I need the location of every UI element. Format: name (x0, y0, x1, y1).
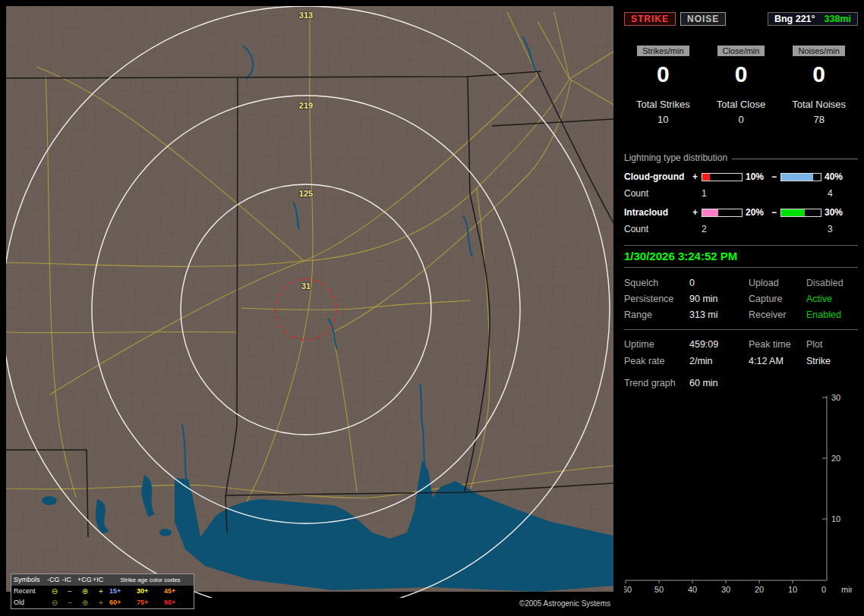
close-per-min-value: 0 (702, 63, 780, 86)
total-close-value: 0 (702, 114, 780, 125)
cg-positive-pct: 10% (744, 171, 771, 182)
clock-readout: 1/30/2026 3:24:52 PM (624, 245, 858, 268)
range-value: 313 mi (689, 310, 749, 320)
session-stats-section: Uptime 459:09 Peak time Plot Peak rate 2… (624, 329, 858, 366)
x-unit-label: min (841, 585, 852, 594)
noises-per-min-chip: Noises/min (793, 46, 844, 56)
total-close-label: Total Close (702, 99, 780, 110)
intracloud-count-row: Count 2 3 (624, 224, 858, 234)
graph-y-labels: 30 20 10 (831, 393, 840, 523)
legend-header-row: Symbols -CG -IC +CG +IC Strike age color… (11, 574, 194, 586)
legend-recent-row: Recent ⊖ − ⊕ + 15+ 30+ 45+ (11, 586, 194, 597)
strikes-per-min-chip: Strikes/min (637, 46, 689, 56)
trend-graph-label: Trend graph (624, 378, 689, 388)
copyright-text: ©2005 Astrogenic Systems (6, 599, 610, 608)
close-rate-column: Close/min 0 Total Close 0 (702, 46, 780, 125)
count-label: Count (624, 188, 692, 199)
mode-button-row: STRIKE NOISE Bng 221° 338mi (624, 12, 858, 26)
map-canvas[interactable]: 313 219 125 31 (6, 6, 613, 598)
upload-label: Upload (749, 278, 806, 288)
strikes-per-min-value: 0 (624, 63, 702, 86)
close-per-min-chip: Close/min (717, 46, 765, 56)
ic-negative-pct: 30% (823, 207, 858, 218)
x-label-20: 20 (755, 585, 764, 594)
plus-sign: + (692, 207, 702, 218)
app-window: 313 219 125 31 Symbols -CG -IC +CG +IC S… (0, 0, 864, 616)
receiver-label: Receiver (749, 310, 806, 320)
legend-symbols-header: Symbols (14, 575, 47, 585)
ic-positive-bar (702, 209, 743, 217)
plot-value: Strike (806, 356, 858, 366)
minus-sign: − (771, 171, 780, 182)
ic-positive-count: 2 (702, 224, 744, 234)
range-label: Range (624, 310, 689, 320)
peak-time-label: Peak time (749, 339, 806, 350)
count-label: Count (624, 224, 692, 234)
legend-col-neg-cg: -CG (47, 575, 62, 585)
noise-button[interactable]: NOISE (680, 12, 726, 26)
uptime-label: Uptime (624, 339, 689, 350)
persistence-value: 90 min (689, 294, 749, 304)
cg-negative-bar (780, 173, 821, 181)
trend-graph: 30 20 10 60 50 40 30 20 10 0 min (624, 391, 852, 596)
legend-col-pos-ic: +IC (93, 575, 109, 585)
peak-rate-value: 2/min (689, 356, 749, 366)
intracloud-row: Intracloud + 20% − 30% (624, 207, 858, 218)
legend-recent-label: Recent (14, 586, 47, 596)
trend-graph-row: Trend graph 60 min (624, 378, 858, 388)
recent-neg-ic-icon: − (62, 586, 77, 596)
total-noises-value: 78 (780, 114, 858, 125)
peak-rate-label: Peak rate (624, 356, 689, 366)
cloud-ground-row: Cloud-ground + 10% − 40% (624, 171, 858, 182)
y-label-10: 10 (831, 514, 840, 523)
graph-axes (626, 396, 827, 583)
peak-time-value: 4:12 AM (749, 356, 806, 366)
persistence-label: Persistence (624, 294, 689, 304)
intracloud-label: Intracloud (624, 207, 692, 218)
squelch-value: 0 (689, 278, 749, 288)
cg-negative-count: 4 (823, 188, 858, 199)
total-strikes-label: Total Strikes (624, 99, 702, 110)
x-label-50: 50 (654, 585, 664, 594)
ring-label-219: 219 (299, 101, 313, 110)
legend-col-pos-cg: +CG (77, 575, 93, 585)
lightning-map[interactable]: 313 219 125 31 Symbols -CG -IC +CG +IC S… (6, 6, 613, 598)
capture-label: Capture (749, 294, 806, 304)
legend-col-neg-ic: -IC (62, 575, 77, 585)
bearing-value: Bng 221° (774, 14, 815, 24)
ic-negative-count: 3 (823, 224, 858, 234)
plus-sign: + (692, 171, 702, 182)
age-45: 45+ (164, 586, 191, 596)
x-label-40: 40 (688, 585, 697, 594)
uptime-value: 459:09 (689, 339, 749, 350)
cloud-ground-count-row: Count 1 4 (624, 188, 858, 199)
recent-pos-cg-icon: ⊕ (77, 586, 93, 596)
cg-positive-bar (702, 173, 743, 181)
strikes-rate-column: Strikes/min 0 Total Strikes 10 (624, 46, 702, 125)
rates-section: Strikes/min 0 Total Strikes 10 Close/min… (624, 46, 858, 125)
upload-status: Disabled (806, 278, 858, 288)
cg-positive-count: 1 (702, 188, 744, 199)
receiver-status-section: Squelch 0 Upload Disabled Persistence 90… (624, 278, 858, 320)
bearing-range-value: 338mi (825, 14, 851, 24)
recent-neg-cg-icon: ⊖ (47, 586, 62, 596)
header-rule (732, 159, 858, 159)
ic-negative-bar (780, 209, 821, 217)
age-15: 15+ (109, 586, 137, 596)
total-strikes-value: 10 (624, 114, 702, 125)
age-30: 30+ (137, 586, 164, 596)
cloud-ground-label: Cloud-ground (624, 171, 692, 182)
status-panel: STRIKE NOISE Bng 221° 338mi Strikes/min … (621, 6, 858, 610)
x-label-60: 60 (624, 585, 632, 594)
x-label-0: 0 (821, 585, 826, 594)
capture-status: Active (806, 294, 858, 304)
x-label-10: 10 (788, 585, 797, 594)
strike-button[interactable]: STRIKE (624, 12, 676, 26)
ic-positive-pct: 20% (744, 207, 771, 218)
noises-rate-column: Noises/min 0 Total Noises 78 (780, 46, 858, 125)
trend-graph-value: 60 min (689, 378, 858, 388)
receiver-status: Enabled (806, 310, 858, 320)
plot-label: Plot (806, 339, 858, 350)
graph-x-labels: 60 50 40 30 20 10 0 min (624, 585, 852, 594)
minus-sign: − (771, 207, 780, 218)
